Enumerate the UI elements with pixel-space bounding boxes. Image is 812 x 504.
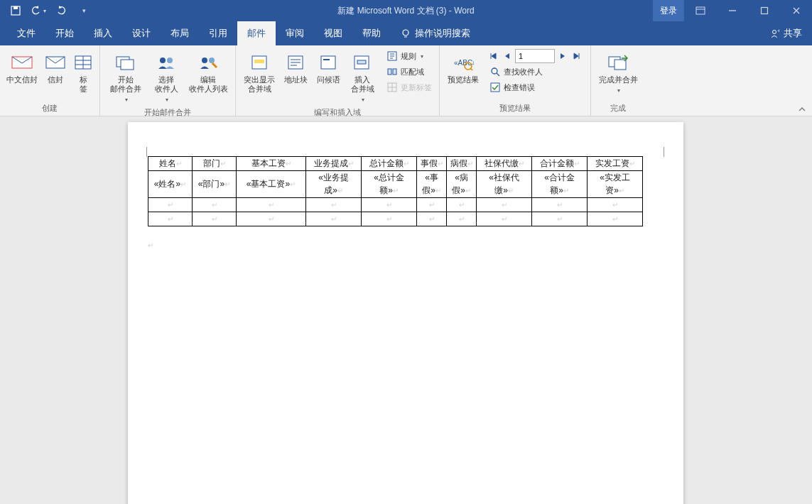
table-cell[interactable]: ↵ <box>447 198 477 212</box>
minimize-button[interactable] <box>716 0 748 21</box>
tab-layout[interactable]: 布局 <box>161 21 199 45</box>
table-cell[interactable]: 社保代缴↵ <box>477 157 532 171</box>
chevron-down-icon: ▾ <box>362 95 364 104</box>
labels-button[interactable]: 标 签 <box>71 48 95 97</box>
chevron-up-icon <box>798 106 806 113</box>
table-cell[interactable]: 合计金额↵ <box>532 157 588 171</box>
greeting-button[interactable]: 问候语 <box>313 48 344 87</box>
table-cell[interactable]: 病假↵ <box>447 157 477 171</box>
maximize-button[interactable] <box>748 0 780 21</box>
tab-file[interactable]: 文件 <box>7 21 45 45</box>
check-errors-button[interactable]: 检查错误 <box>487 80 586 95</box>
finish-merge-button[interactable]: 完成并合并 ▾ <box>595 48 641 98</box>
tell-me[interactable]: 操作说明搜索 <box>391 21 480 45</box>
close-button[interactable] <box>780 0 812 21</box>
tab-insert[interactable]: 插入 <box>84 21 122 45</box>
prev-record-button[interactable] <box>501 49 514 63</box>
table-cell[interactable]: «部门»↵ <box>193 171 237 198</box>
select-recipients-button[interactable]: 选择 收件人▾ <box>148 48 184 107</box>
table-cell[interactable]: ↵ <box>362 198 417 212</box>
tab-design[interactable]: 设计 <box>122 21 161 45</box>
table-cell[interactable]: ↵ <box>532 212 588 226</box>
envelope-button[interactable]: 信封 <box>41 48 70 87</box>
table-row[interactable]: «姓名»↵«部门»↵«基本工资»↵«业务提成»↵«总计金额»↵«事假»↵«病假»… <box>148 171 643 198</box>
table-cell[interactable]: ↵ <box>306 198 362 212</box>
redo-icon <box>55 5 67 16</box>
table-cell[interactable]: ↵ <box>417 198 447 212</box>
merge-table[interactable]: 姓名↵部门↵基本工资↵业务提成↵总计金额↵事假↵病假↵社保代缴↵合计金额↵实发工… <box>148 156 643 226</box>
insert-field-button[interactable]: 插入 合并域▾ <box>345 48 379 107</box>
table-cell[interactable]: ↵ <box>477 198 532 212</box>
table-cell[interactable]: 事假↵ <box>417 157 447 171</box>
table-row[interactable]: 姓名↵部门↵基本工资↵业务提成↵总计金额↵事假↵病假↵社保代缴↵合计金额↵实发工… <box>148 157 643 171</box>
table-cell[interactable]: ↵ <box>588 212 643 226</box>
svg-rect-2 <box>696 7 705 14</box>
edit-recipients-button[interactable]: 编辑 收件人列表 <box>185 48 231 97</box>
record-number-input[interactable] <box>515 49 555 63</box>
tab-home[interactable]: 开始 <box>45 21 84 45</box>
start-merge-button[interactable]: 开始 邮件合并▾ <box>104 48 147 107</box>
tab-view[interactable]: 视图 <box>314 21 352 45</box>
table-cell[interactable]: ↵ <box>362 212 417 226</box>
address-icon <box>284 51 307 74</box>
table-cell[interactable]: ↵ <box>532 198 588 212</box>
share-button[interactable]: + 共享 <box>769 21 802 45</box>
table-cell[interactable]: ↵ <box>148 198 193 212</box>
table-cell[interactable]: «业务提成»↵ <box>306 171 362 198</box>
table-row[interactable]: ↵↵↵↵↵↵↵↵↵↵ <box>148 212 643 226</box>
table-cell[interactable]: «事假»↵ <box>417 171 447 198</box>
table-cell[interactable]: 总计金额↵ <box>362 157 417 171</box>
chevron-down-icon: ▾ <box>43 8 46 14</box>
tab-help[interactable]: 帮助 <box>352 21 391 45</box>
undo-button[interactable]: ▾ <box>28 2 48 19</box>
tab-review[interactable]: 审阅 <box>276 21 314 45</box>
tab-mailings[interactable]: 邮件 <box>237 21 276 45</box>
table-cell[interactable]: ↵ <box>193 212 237 226</box>
address-block-button[interactable]: 地址块 <box>280 48 311 87</box>
table-cell[interactable]: ↵ <box>306 212 362 226</box>
preview-results-label: 预览结果 <box>448 75 479 84</box>
table-cell[interactable]: «姓名»↵ <box>148 171 193 198</box>
table-cell[interactable]: 实发工资↵ <box>588 157 643 171</box>
redo-button[interactable] <box>51 2 71 19</box>
table-cell[interactable]: ↵ <box>237 212 306 226</box>
share-icon: + <box>769 28 779 38</box>
table-cell[interactable]: ↵ <box>148 212 193 226</box>
next-record-button[interactable] <box>556 49 569 63</box>
table-cell[interactable]: «实发工资»↵ <box>588 171 643 198</box>
table-cell[interactable]: ↵ <box>447 212 477 226</box>
page[interactable]: 姓名↵部门↵基本工资↵业务提成↵总计金额↵事假↵病假↵社保代缴↵合计金额↵实发工… <box>128 122 683 504</box>
preview-results-button[interactable]: «ABC» 预览结果 <box>444 48 482 87</box>
insert-field-label: 插入 合并域 <box>351 75 374 94</box>
first-record-button[interactable] <box>487 49 499 63</box>
collapse-ribbon-button[interactable] <box>798 106 806 113</box>
table-cell[interactable]: ↵ <box>193 198 237 212</box>
table-cell[interactable]: 业务提成↵ <box>306 157 362 171</box>
match-fields-button[interactable]: 匹配域 <box>384 64 435 80</box>
tab-references[interactable]: 引用 <box>199 21 237 45</box>
save-button[interactable] <box>6 2 26 19</box>
table-cell[interactable]: «合计金额»↵ <box>532 171 588 198</box>
qat-customize[interactable]: ▾ <box>74 2 94 19</box>
preview-icon: «ABC» <box>452 51 475 74</box>
table-cell[interactable]: ↵ <box>417 212 447 226</box>
last-record-button[interactable] <box>570 49 583 63</box>
table-cell[interactable]: ↵ <box>237 198 306 212</box>
find-recipient-button[interactable]: 查找收件人 <box>487 64 586 80</box>
table-cell[interactable]: «基本工资»↵ <box>237 171 306 198</box>
table-row[interactable]: ↵↵↵↵↵↵↵↵↵↵ <box>148 198 643 212</box>
table-cell[interactable]: 姓名↵ <box>148 157 193 171</box>
table-cell[interactable]: «总计金额»↵ <box>362 171 417 198</box>
table-cell[interactable]: «病假»↵ <box>447 171 477 198</box>
table-cell[interactable]: 基本工资↵ <box>237 157 306 171</box>
ribbon-display-button[interactable] <box>684 0 716 21</box>
table-cell[interactable]: ↵ <box>588 198 643 212</box>
highlight-fields-button[interactable]: 突出显示 合并域 <box>240 48 278 97</box>
cn-envelope-button[interactable]: 中文信封 <box>4 48 40 87</box>
edit-recipients-label: 编辑 收件人列表 <box>189 75 228 94</box>
login-button[interactable]: 登录 <box>653 0 684 21</box>
table-cell[interactable]: «社保代缴»↵ <box>477 171 532 198</box>
rules-button[interactable]: 规则▾ <box>384 48 435 64</box>
table-cell[interactable]: 部门↵ <box>193 157 237 171</box>
table-cell[interactable]: ↵ <box>477 212 532 226</box>
